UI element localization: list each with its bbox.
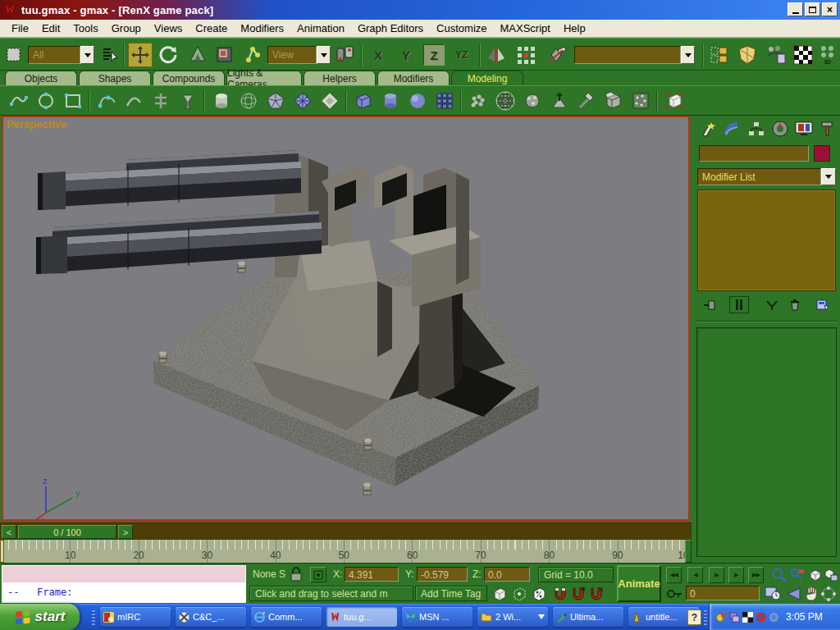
slider-prev-button[interactable]: <: [2, 525, 16, 539]
circle-icon[interactable]: [32, 89, 59, 113]
selection-filter-dropdown[interactable]: All: [28, 46, 95, 64]
select-by-name-icon[interactable]: [100, 43, 120, 67]
material-editor-icon[interactable]: [792, 43, 814, 67]
z-coord-field[interactable]: 0.0: [484, 567, 530, 582]
zoom-icon[interactable]: [771, 567, 788, 583]
tray-antivirus-icon[interactable]: [756, 612, 766, 623]
sphere-icon[interactable]: [404, 89, 431, 113]
edit-spline-icon[interactable]: [93, 89, 120, 113]
chamfer-icon[interactable]: [316, 89, 343, 113]
array-icon[interactable]: [515, 43, 536, 67]
open-box-icon[interactable]: [600, 89, 627, 113]
minimize-button[interactable]: [788, 2, 803, 16]
select-and-manipulate-icon[interactable]: [215, 43, 235, 67]
animate-button[interactable]: Animate: [617, 565, 661, 602]
show-end-result-button[interactable]: [729, 296, 749, 313]
dots-cluster-icon[interactable]: [464, 89, 491, 113]
restore-button[interactable]: [805, 2, 820, 16]
tray-windows-icon[interactable]: [729, 612, 740, 623]
time-slider-handle[interactable]: 0 / 100: [18, 525, 116, 539]
maxscript-mini-listener[interactable]: -- Frame:: [2, 565, 246, 603]
zoom-extents-all-icon[interactable]: [824, 567, 838, 583]
menu-item[interactable]: Tools: [66, 21, 104, 36]
menu-item[interactable]: Edit: [35, 21, 66, 36]
link-hierarchy-icon[interactable]: [243, 43, 262, 67]
geosphere-icon[interactable]: [491, 89, 518, 113]
mirror-icon[interactable]: [486, 43, 507, 67]
box-icon[interactable]: [349, 89, 377, 113]
select-and-scale-icon[interactable]: [187, 43, 208, 67]
menu-item[interactable]: Group: [105, 21, 148, 36]
previous-frame-button[interactable]: ◀: [687, 567, 703, 583]
layer-manager-icon[interactable]: [709, 43, 730, 67]
dropdown-arrow-icon[interactable]: [681, 46, 695, 64]
tab-modifiers[interactable]: Modifiers: [377, 71, 450, 85]
track-bar-end-button[interactable]: [685, 540, 692, 563]
listener-macro-line[interactable]: [2, 566, 245, 584]
modify-tab-icon[interactable]: [722, 119, 743, 139]
slider-next-button[interactable]: >: [118, 525, 133, 539]
curve-editor-shield-icon[interactable]: [737, 43, 758, 67]
taskbar-button-msn[interactable]: MSN ...: [402, 607, 472, 627]
x-coord-field[interactable]: 4.391: [345, 567, 399, 582]
absolute-offset-toggle[interactable]: [310, 567, 326, 582]
snap-magnet-3d-icon[interactable]: [553, 587, 568, 602]
zoom-extents-icon[interactable]: [807, 567, 824, 583]
tray-volume-icon[interactable]: [769, 612, 779, 623]
dropdown-arrow-icon[interactable]: [317, 46, 331, 64]
utilities-tab-icon[interactable]: [817, 119, 838, 139]
lattice-sphere-icon[interactable]: [235, 89, 262, 113]
hierarchy-tab-icon[interactable]: [746, 119, 767, 139]
go-to-end-button[interactable]: ▶▶: [748, 567, 764, 583]
motion-tab-icon[interactable]: [769, 119, 791, 139]
listener-script-line[interactable]: -- Frame:: [2, 584, 245, 602]
taskbar-button-tuu-gmax[interactable]: tuu.g...: [326, 607, 397, 627]
time-configuration-icon[interactable]: [765, 586, 781, 601]
dropdown-arrow-icon[interactable]: [80, 46, 94, 64]
grid-array-icon[interactable]: [431, 89, 458, 113]
pin-stack-button[interactable]: [700, 296, 719, 313]
hedra-icon[interactable]: [262, 89, 289, 113]
menu-item[interactable]: Graph Editors: [351, 21, 430, 36]
pan-hand-icon[interactable]: [804, 586, 819, 601]
start-button[interactable]: start: [0, 604, 80, 630]
selection-lock-icon[interactable]: [289, 566, 304, 582]
next-frame-button[interactable]: ▶: [728, 567, 744, 583]
taskbar-button-windows-group[interactable]: 2 Wi...: [477, 607, 548, 627]
taskbar-button-comm[interactable]: Comm...: [251, 607, 322, 627]
xform-box-icon[interactable]: [660, 89, 687, 113]
restrict-y-button[interactable]: Y: [395, 44, 417, 66]
taskbar-button-cnc[interactable]: C&C_...: [176, 607, 246, 627]
axe-cut-icon[interactable]: [573, 89, 600, 113]
tab-shapes[interactable]: Shapes: [79, 71, 151, 85]
use-center-icon[interactable]: [335, 43, 356, 67]
tray-scheduler-icon[interactable]: [716, 612, 727, 623]
percent-snap-magnet-icon[interactable]: [589, 587, 604, 602]
help-window-button[interactable]: ?: [687, 609, 701, 625]
cross-section-icon[interactable]: [147, 89, 174, 113]
display-tab-icon[interactable]: [793, 119, 815, 139]
key-mode-icon[interactable]: [666, 587, 682, 601]
arc-icon[interactable]: [120, 89, 147, 113]
cylinder-gray-icon[interactable]: [208, 89, 235, 113]
restrict-z-button[interactable]: Z: [423, 44, 445, 66]
add-time-tag[interactable]: Add Time Tag: [415, 586, 487, 601]
modifier-stack-list[interactable]: [697, 189, 836, 291]
scatter-icon[interactable]: [518, 89, 546, 113]
restrict-x-button[interactable]: X: [368, 44, 389, 66]
menu-item[interactable]: Help: [557, 21, 592, 36]
current-frame-field[interactable]: 0: [686, 586, 760, 600]
render-id-icon[interactable]: ID: [819, 43, 837, 67]
schematic-view-icon[interactable]: [765, 43, 788, 67]
perspective-viewport[interactable]: z y x Perspective: [2, 116, 690, 521]
play-button[interactable]: ▶: [709, 567, 724, 583]
mesh-arrow-icon[interactable]: [546, 89, 573, 113]
tray-checker-icon[interactable]: [742, 612, 753, 623]
tab-modeling[interactable]: Modeling: [451, 71, 523, 85]
angle-snap-magnet-icon[interactable]: [571, 587, 586, 602]
dropdown-arrow-icon[interactable]: [821, 168, 836, 185]
configure-modifier-sets-button[interactable]: [813, 296, 833, 313]
restrict-yz-button[interactable]: YZ: [451, 44, 472, 66]
close-button[interactable]: ×: [822, 2, 838, 16]
modifier-list-dropdown[interactable]: Modifier List: [697, 168, 836, 185]
